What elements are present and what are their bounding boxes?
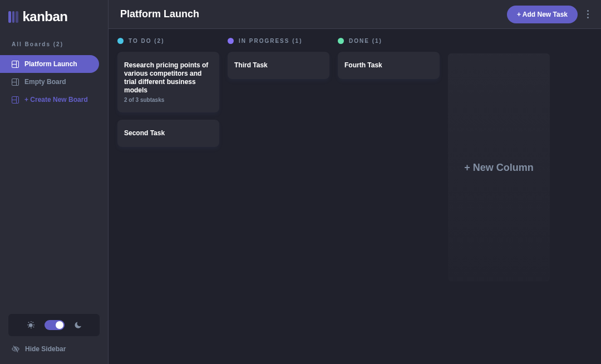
sidebar-item-platform-launch[interactable]: Platform Launch — [0, 55, 99, 73]
task-subtasks: 2 of 3 subtasks — [124, 97, 213, 103]
task-card[interactable]: Research pricing points of various compe… — [117, 52, 219, 112]
theme-toggle-container — [8, 314, 100, 336]
logo-mark-icon — [8, 11, 18, 23]
theme-toggle[interactable] — [45, 320, 65, 330]
sidebar-bottom: Hide Sidebar — [0, 314, 108, 353]
board-icon — [12, 61, 19, 68]
app-root: kanban All Boards (2) Platform Launch Em… — [0, 0, 601, 364]
column-header: IN PROGRESS (1) — [228, 38, 329, 44]
sidebar-item-label: Platform Launch — [24, 60, 77, 68]
hide-sidebar-button[interactable]: Hide Sidebar — [8, 345, 100, 353]
board-list: Platform Launch Empty Board + Create New… — [0, 55, 108, 109]
column-name: TO DO (2) — [129, 38, 164, 44]
column-name: IN PROGRESS (1) — [239, 38, 302, 44]
column-header: DONE (1) — [338, 38, 440, 44]
new-column-label: + New Column — [464, 162, 534, 174]
sidebar-item-empty-board[interactable]: Empty Board — [0, 73, 99, 91]
task-title: Fourth Task — [344, 61, 433, 70]
task-title: Research pricing points of various compe… — [124, 61, 213, 95]
page-title: Platform Launch — [120, 8, 199, 20]
sun-icon — [27, 321, 35, 329]
moon-icon — [75, 322, 81, 328]
ellipsis-vertical-icon — [587, 9, 589, 19]
header: Platform Launch + Add New Task — [109, 0, 601, 29]
column-color-dot — [338, 38, 344, 44]
new-column-button[interactable]: + New Column — [448, 53, 550, 282]
logo: kanban — [0, 9, 108, 24]
sidebar-item-label: Empty Board — [24, 78, 66, 86]
column-name: DONE (1) — [349, 38, 382, 44]
hide-icon — [12, 346, 19, 352]
board-icon — [12, 78, 19, 86]
board-area: TO DO (2) Research pricing points of var… — [109, 29, 601, 364]
create-new-board-button[interactable]: + Create New Board — [0, 91, 99, 109]
task-card[interactable]: Third Task — [228, 52, 329, 79]
column-color-dot — [228, 38, 234, 44]
task-list: Research pricing points of various compe… — [117, 52, 219, 147]
main: Platform Launch + Add New Task TO DO (2)… — [109, 0, 601, 364]
toggle-knob — [56, 321, 63, 329]
column-color-dot — [117, 38, 124, 44]
column-header: TO DO (2) — [117, 38, 219, 44]
board-icon — [12, 96, 19, 104]
task-title: Second Task — [124, 129, 213, 137]
task-list: Fourth Task — [338, 52, 440, 79]
column-done: DONE (1) Fourth Task — [338, 38, 440, 355]
task-list: Third Task — [228, 52, 329, 79]
board-options-button[interactable] — [582, 6, 593, 23]
sidebar-item-label: + Create New Board — [24, 96, 88, 104]
hide-sidebar-label: Hide Sidebar — [25, 345, 66, 353]
task-card[interactable]: Second Task — [117, 120, 219, 147]
column-in-progress: IN PROGRESS (1) Third Task — [228, 38, 329, 355]
column-todo: TO DO (2) Research pricing points of var… — [117, 38, 219, 355]
logo-text: kanban — [23, 9, 68, 24]
task-title: Third Task — [234, 61, 323, 70]
add-task-button[interactable]: + Add New Task — [507, 6, 578, 23]
sidebar: kanban All Boards (2) Platform Launch Em… — [0, 0, 109, 364]
task-card[interactable]: Fourth Task — [338, 52, 440, 79]
boards-count-label: All Boards (2) — [0, 41, 108, 47]
